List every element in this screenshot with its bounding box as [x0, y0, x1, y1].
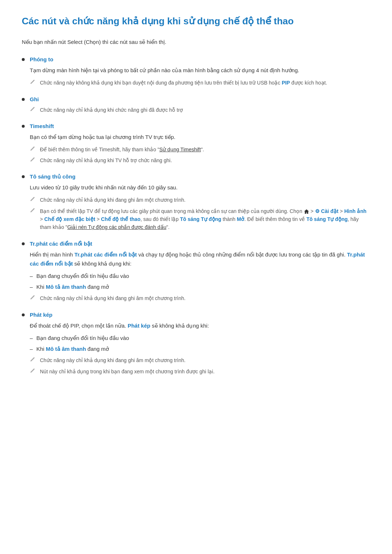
note-text: Để biết thêm thông tin về Timeshift, hãy… — [40, 145, 204, 153]
section-title-timeshift: Timeshift — [30, 122, 54, 131]
pencil-icon — [30, 107, 36, 113]
note-item: Nút này chỉ khả dụng trong khi bạn đang … — [30, 368, 370, 376]
bullet-header: Ghi — [22, 95, 370, 104]
highlight-phat-kep: Phát kép — [128, 323, 151, 329]
dash-text: Khi Mô tả âm thanh đang mở — [36, 345, 109, 353]
list-item: Tô sáng thủ công Lưu video từ 10 giây tr… — [22, 172, 370, 231]
section-content-timeshift: Bạn có thể tạm dừng hoặc tua lại chương … — [22, 133, 370, 165]
bullet-header: Phóng to — [22, 55, 370, 64]
bullet-header: Phát kép — [22, 311, 370, 319]
bullet-dot — [22, 98, 25, 101]
bullet-dot — [22, 125, 25, 128]
note-item: Chức năng này chỉ khả dụng khi đang ghi … — [30, 356, 370, 364]
intro-paragraph: Nếu bạn nhấn nút Select (Chọn) thì các n… — [22, 38, 370, 46]
highlight-to-sang-tu-dong2: Tô sáng Tự động — [306, 216, 348, 222]
dash-text: Khi Mô tả âm thanh đang mở — [36, 283, 109, 291]
pencil-icon — [30, 357, 36, 364]
note-item: Chức năng này chỉ khả dụng khi đang ghi … — [30, 196, 370, 204]
dash-item: – Khi Mô tả âm thanh đang mở — [30, 345, 370, 353]
highlight-mo: Mở — [237, 216, 244, 222]
section-content-tr-phat: Hiển thị màn hình Tr.phát các điểm nổi b… — [22, 250, 370, 303]
pencil-icon — [30, 79, 36, 86]
highlight-hinh-anh: Hình ảnh — [344, 208, 366, 214]
sections-list: Phóng to Tạm dừng màn hình hiện tại và p… — [22, 55, 370, 376]
note-text: Chức năng này chỉ khả dụng khi đang ghi … — [40, 196, 185, 204]
note-text: Chức năng này chỉ khả dụng khi TV hỗ trợ… — [40, 156, 172, 164]
dash-text: Bạn đang chuyển đổi tín hiệu đầu vào — [36, 272, 129, 280]
dash-marker: – — [30, 334, 33, 342]
body-text: Tạm dừng màn hình hiện tại và phóng to b… — [30, 66, 370, 75]
pencil-icon — [30, 146, 36, 153]
note-item: Chức năng này chỉ khả dụng khi chức năng… — [30, 106, 370, 114]
highlight-settings: ⚙ Cài đặt — [315, 208, 339, 214]
highlight-to-sang-tu-dong: Tô sáng Tự động — [180, 216, 221, 222]
home-icon — [304, 209, 309, 214]
section-title-phat-kep: Phát kép — [30, 311, 53, 319]
dash-marker: – — [30, 272, 33, 280]
dash-list: – Bạn đang chuyển đổi tín hiệu đầu vào –… — [30, 272, 370, 291]
body-text: Lưu video từ 10 giây trước khi nhấn nút … — [30, 183, 370, 192]
note-text: Chức năng này chỉ khả dụng khi đang ghi … — [40, 294, 185, 302]
dash-item: – Bạn đang chuyển đổi tín hiệu đầu vào — [30, 272, 370, 280]
bullet-dot — [22, 242, 25, 245]
giai-nen-link[interactable]: Giải nén Tự động các phần được đánh dấu — [67, 224, 166, 230]
bullet-header: Tr.phát các điểm nổi bật — [22, 239, 370, 248]
pencil-icon — [30, 295, 36, 301]
dash-list: – Bạn đang chuyển đổi tín hiệu đầu vào –… — [30, 334, 370, 353]
section-title-ghi: Ghi — [30, 95, 39, 104]
section-content-ghi: Chức năng này chỉ khả dụng khi chức năng… — [22, 106, 370, 114]
section-title-to-sang-thu-cong: Tô sáng thủ công — [30, 172, 75, 181]
body-text: Bạn có thể tạm dừng hoặc tua lại chương … — [30, 133, 370, 142]
page-title: Các nút và chức năng khả dụng khi sử dụn… — [22, 15, 370, 28]
highlight-pip: PIP — [282, 80, 290, 86]
pencil-icon — [30, 208, 36, 214]
highlight-tr-phat: Tr.phát các điểm nổi bật — [74, 251, 137, 258]
list-item: Phát kép Để thoát chế độ PIP, chọn một l… — [22, 311, 370, 376]
pencil-icon — [30, 368, 36, 375]
list-item: Tr.phát các điểm nổi bật Hiển thị màn hì… — [22, 239, 370, 303]
highlight-che-do-the-thao: Chế độ thể thao — [101, 216, 140, 222]
note-text: Chức năng này chỉ khả dụng khi chức năng… — [40, 106, 183, 114]
note-item: Để biết thêm thông tin về Timeshift, hãy… — [30, 145, 370, 153]
bullet-dot — [22, 58, 25, 61]
bullet-dot — [22, 175, 25, 178]
bullet-header: Tô sáng thủ công — [22, 172, 370, 181]
highlight-mo-ta-am-thanh2: Mô tả âm thanh — [46, 346, 86, 352]
bullet-header: Timeshift — [22, 122, 370, 131]
list-item: Timeshift Bạn có thể tạm dừng hoặc tua l… — [22, 122, 370, 165]
dash-item: – Khi Mô tả âm thanh đang mở — [30, 283, 370, 291]
note-text: Chức năng này chỉ khả dụng khi đang ghi … — [40, 356, 185, 364]
section-title-tr-phat: Tr.phát các điểm nổi bật — [30, 239, 92, 248]
list-item: Phóng to Tạm dừng màn hình hiện tại và p… — [22, 55, 370, 87]
dash-marker: – — [30, 345, 33, 353]
note-text: Chức năng này không khả dụng khi bạn duy… — [40, 79, 327, 87]
note-item: Chức năng này chỉ khả dụng khi đang ghi … — [30, 294, 370, 302]
dash-marker: – — [30, 283, 33, 291]
note-item: Chức năng này không khả dụng khi bạn duy… — [30, 79, 370, 87]
highlight-che-do-xem: Chế độ xem đặc biệt — [44, 216, 95, 222]
note-text-complex: Bạn có thể thiết lập TV để tự động lưu c… — [40, 207, 370, 231]
pencil-icon — [30, 197, 36, 203]
dash-text: Bạn đang chuyển đổi tín hiệu đầu vào — [36, 334, 129, 342]
highlight-mo-ta-am-thanh: Mô tả âm thanh — [46, 284, 86, 290]
body-text-complex: Hiển thị màn hình Tr.phát các điểm nổi b… — [30, 250, 370, 268]
list-item: Ghi Chức năng này chỉ khả dụng khi chức … — [22, 95, 370, 114]
section-content-to-sang: Lưu video từ 10 giây trước khi nhấn nút … — [22, 183, 370, 231]
timeshift-link[interactable]: Sử dụng Timeshift — [159, 147, 201, 152]
note-item-complex: Bạn có thể thiết lập TV để tự động lưu c… — [30, 207, 370, 231]
note-item: Chức năng này chỉ khả dụng khi TV hỗ trợ… — [30, 156, 370, 164]
section-content-phat-kep: Để thoát chế độ PIP, chọn một lần nữa. P… — [22, 321, 370, 376]
section-content-phong-to: Tạm dừng màn hình hiện tại và phóng to b… — [22, 66, 370, 87]
dash-item: – Bạn đang chuyển đổi tín hiệu đầu vào — [30, 334, 370, 342]
bullet-dot — [22, 313, 25, 316]
note-text: Nút này chỉ khả dụng trong khi bạn đang … — [40, 368, 215, 376]
section-title-phong-to: Phóng to — [30, 55, 53, 64]
pencil-icon — [30, 157, 36, 164]
body-text-complex: Để thoát chế độ PIP, chọn một lần nữa. P… — [30, 321, 370, 331]
